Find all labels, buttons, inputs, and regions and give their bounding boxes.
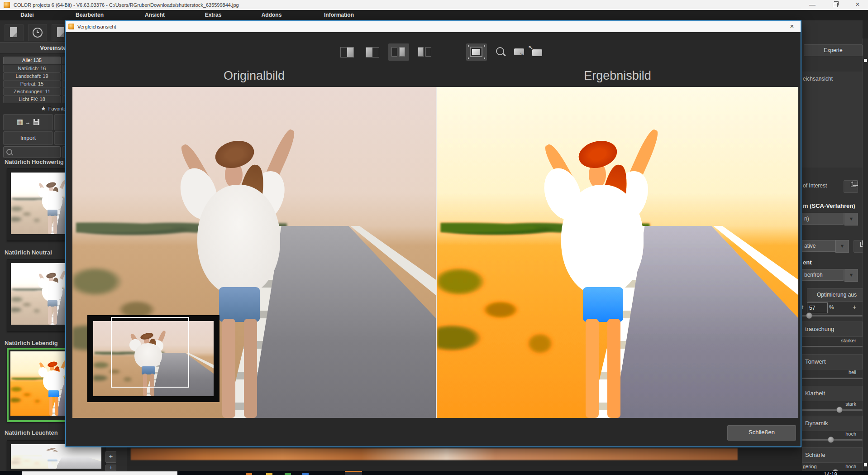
pair-left-icon [418, 47, 431, 57]
frame-icon [470, 47, 482, 57]
slider-entrauschung[interactable] [802, 343, 863, 350]
sca-dropdown[interactable]: n) [802, 213, 844, 225]
optimization-toggle-button[interactable]: Optimierung aus [807, 288, 867, 302]
original-image-pane [72, 87, 436, 418]
temperament-header-fragment: ent [803, 259, 812, 266]
slider-track[interactable] [802, 346, 863, 347]
view-side-by-side-left-button[interactable] [415, 43, 435, 61]
slider-handle[interactable] [828, 437, 834, 443]
taskbar-active-app[interactable] [345, 471, 362, 475]
slider-klarheit[interactable] [802, 407, 863, 413]
category-portraet[interactable]: Porträt: 15 [3, 80, 61, 88]
magnifier-icon [496, 47, 504, 55]
taskbar-app-icon-1[interactable] [246, 473, 252, 475]
taskbar-app-icon-2[interactable] [266, 473, 272, 475]
zoom-tool-button[interactable] [491, 43, 511, 61]
slider-tonwert[interactable] [802, 375, 863, 381]
poi-button[interactable] [844, 180, 858, 193]
taskbar-app-icon-3[interactable] [285, 473, 291, 475]
floppy-icon [33, 119, 39, 125]
close-button[interactable]: × [850, 0, 865, 10]
category-alle[interactable]: Alle: 135 [3, 57, 61, 64]
dialog-close-button[interactable]: × [787, 21, 797, 32]
panel-scrollbar[interactable] [863, 38, 868, 471]
preset-search[interactable] [3, 146, 61, 158]
category-zeichnungen[interactable]: Zeichnungen: 11 [3, 88, 61, 96]
pair-right-icon [391, 47, 405, 57]
save-preset-button[interactable]: ▦ → [3, 114, 53, 130]
increment-button[interactable]: + [853, 303, 856, 311]
view-side-by-side-right-button[interactable] [388, 43, 409, 61]
navigator-inset[interactable] [88, 316, 219, 402]
opacity-slider[interactable] [802, 312, 863, 319]
section-entrauschung[interactable]: trauschung [802, 321, 863, 337]
section-dynamik[interactable]: Dynamik [802, 416, 863, 431]
percent-label: % [829, 304, 834, 311]
taskbar-clock[interactable]: 14:19 [824, 471, 851, 475]
history-button[interactable] [28, 24, 47, 41]
taskbar-app-icon-4[interactable] [302, 473, 309, 475]
category-natuerlich[interactable]: Natürlich: 16 [3, 65, 61, 72]
import-button[interactable]: Import [3, 131, 53, 145]
menu-item-extras[interactable]: Extras [188, 10, 238, 20]
window-title: COLOR projects 6 (64-Bit) - V6.63.03376 … [14, 0, 239, 10]
section-schaerfe[interactable]: Schärfe [802, 447, 863, 463]
opacity-value-input[interactable] [807, 302, 828, 313]
new-file-button[interactable] [5, 24, 24, 41]
view-split-left-button[interactable] [362, 43, 383, 61]
view-full-frame-button[interactable] [466, 43, 487, 61]
menubar: Datei Bearbeiten Ansicht Extras Addons I… [0, 10, 868, 20]
temperament-dropdown-arrow[interactable]: ▼ [844, 269, 858, 282]
history-icon [33, 28, 43, 38]
zoom-out-button[interactable]: + [105, 465, 116, 471]
expand-view-button[interactable] [527, 43, 548, 61]
preset-thumb-image [11, 444, 101, 469]
rect-expand-icon [532, 49, 542, 56]
level-klarheit: stark [802, 401, 856, 407]
menu-item-information[interactable]: Information [314, 10, 364, 20]
slider-track[interactable] [802, 409, 863, 411]
section-header-fragment: eichsansicht [803, 76, 833, 82]
original-label: Originalbild [72, 69, 436, 83]
poi-label-fragment: of Interest [803, 182, 827, 189]
slider-track[interactable] [802, 378, 863, 379]
taskbar-search-box[interactable] [22, 471, 177, 475]
sca-dropdown-arrow[interactable]: ▼ [844, 213, 858, 226]
windows-taskbar: 14:19 [0, 471, 868, 475]
menu-item-datei[interactable]: Datei [2, 10, 52, 20]
temperament-dropdown[interactable]: benfroh [802, 269, 844, 281]
slider-handle[interactable] [806, 312, 812, 319]
file-export-icon [57, 27, 64, 37]
search-input[interactable] [14, 148, 59, 157]
result-image-pane [437, 87, 798, 418]
slider-handle[interactable] [836, 407, 843, 413]
menu-item-addons[interactable]: Addons [247, 10, 296, 20]
menu-item-bearbeiten[interactable]: Bearbeiten [65, 10, 114, 20]
slider-dynamik[interactable] [802, 437, 863, 443]
minimize-button[interactable]: — [805, 0, 820, 10]
section-klarheit[interactable]: Klarheit [802, 386, 863, 401]
view-split-right-button[interactable] [337, 43, 358, 61]
category-landschaft[interactable]: Landschaft: 19 [3, 72, 61, 80]
scroll-thumb-top[interactable] [864, 59, 867, 62]
search-icon [6, 149, 12, 155]
dialog-close-action-button[interactable]: Schließen [727, 425, 796, 441]
comparison-section [802, 72, 863, 168]
app-icon [4, 2, 10, 8]
restore-button[interactable] [827, 0, 843, 10]
mode-dropdown-arrow[interactable]: ▼ [835, 240, 849, 253]
split-left-icon [366, 47, 379, 58]
comparison-dialog: Vergleichsansicht × Originalbild Ergebni… [65, 20, 801, 447]
category-licht-fx[interactable]: Licht FX: 18 [3, 96, 61, 103]
dialog-title: Vergleichsansicht [77, 21, 116, 32]
section-tonwert[interactable]: Tonwert [802, 354, 863, 369]
scroll-thumb-bottom[interactable] [864, 463, 867, 466]
file-icon [10, 27, 17, 37]
level-dynamik: hoch [802, 431, 856, 437]
menu-item-ansicht[interactable]: Ansicht [130, 10, 180, 20]
dialog-icon [68, 24, 74, 29]
zoom-in-button[interactable]: + [105, 451, 116, 463]
expert-mode-button[interactable]: Experte [804, 44, 863, 56]
mode-dropdown[interactable]: ative [802, 240, 835, 252]
navigator-viewport[interactable] [111, 317, 189, 388]
